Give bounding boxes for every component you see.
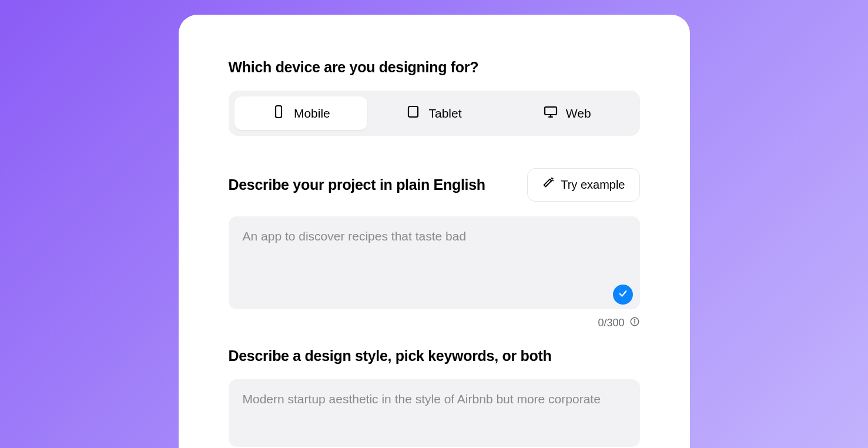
- device-tabs: Mobile Tablet Web: [229, 91, 640, 136]
- device-tab-label: Web: [566, 106, 591, 121]
- svg-rect-2: [545, 107, 557, 115]
- project-header-row: Describe your project in plain English T…: [229, 168, 640, 202]
- info-icon[interactable]: [629, 316, 640, 330]
- project-textarea-wrap: [229, 216, 640, 312]
- svg-point-5: [552, 178, 553, 179]
- mobile-icon: [272, 105, 286, 122]
- style-heading: Describe a design style, pick keywords, …: [229, 347, 640, 365]
- web-icon: [544, 105, 558, 122]
- svg-point-8: [634, 319, 635, 320]
- style-description-input[interactable]: [229, 379, 640, 447]
- form-card: Which device are you designing for? Mobi…: [179, 15, 690, 448]
- device-tab-web[interactable]: Web: [501, 96, 634, 130]
- project-counter: 0/300: [598, 317, 624, 329]
- style-textarea-wrap: [229, 379, 640, 448]
- svg-rect-1: [408, 106, 418, 117]
- try-example-label: Try example: [561, 178, 625, 192]
- try-example-button[interactable]: Try example: [527, 168, 639, 202]
- check-icon: [618, 288, 628, 301]
- device-tab-label: Mobile: [294, 106, 330, 121]
- device-tab-mobile[interactable]: Mobile: [234, 96, 368, 130]
- check-badge: [613, 285, 633, 305]
- tablet-icon: [406, 105, 420, 122]
- magic-wand-icon: [542, 177, 555, 193]
- device-tab-tablet[interactable]: Tablet: [367, 96, 501, 130]
- project-description-input[interactable]: [229, 216, 640, 309]
- project-heading: Describe your project in plain English: [229, 176, 485, 193]
- device-tab-label: Tablet: [428, 106, 461, 121]
- device-heading: Which device are you designing for?: [229, 59, 640, 76]
- project-counter-row: 0/300: [229, 316, 640, 330]
- svg-rect-0: [276, 106, 281, 118]
